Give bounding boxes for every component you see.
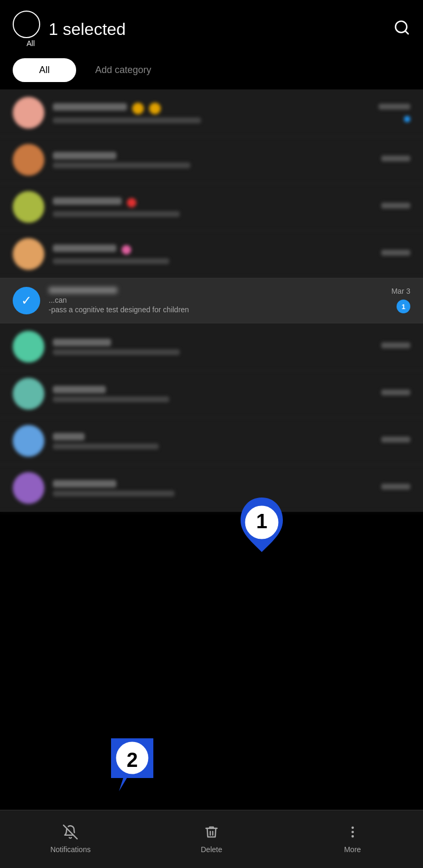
tab-add-category[interactable]: Add category bbox=[87, 59, 160, 81]
unread-indicator bbox=[404, 116, 410, 122]
message-preview bbox=[53, 162, 190, 168]
timestamp bbox=[381, 484, 410, 490]
message-preview bbox=[53, 211, 180, 217]
search-icon[interactable] bbox=[393, 19, 410, 40]
list-item[interactable] bbox=[0, 465, 423, 512]
message-preview-line1: ...can bbox=[49, 296, 391, 304]
contact-name bbox=[53, 152, 116, 159]
emoji-icon bbox=[132, 103, 144, 114]
delete-icon bbox=[204, 825, 219, 843]
selection-checkbox[interactable]: ✓ bbox=[13, 287, 40, 314]
svg-point-6 bbox=[352, 831, 353, 833]
timestamp bbox=[381, 342, 410, 348]
bottom-navigation: Notifications Delete More bbox=[0, 810, 423, 868]
message-preview bbox=[53, 349, 180, 355]
nav-notifications[interactable]: Notifications bbox=[17, 825, 123, 854]
avatar bbox=[13, 378, 44, 410]
timestamp bbox=[379, 104, 410, 110]
more-icon bbox=[345, 825, 360, 843]
more-label: More bbox=[344, 845, 361, 854]
timestamp bbox=[381, 203, 410, 209]
avatar bbox=[13, 191, 44, 223]
tab-all[interactable]: All bbox=[13, 58, 76, 82]
contact-name bbox=[53, 245, 116, 252]
list-item[interactable] bbox=[0, 370, 423, 418]
avatar bbox=[13, 238, 44, 270]
status-dot bbox=[122, 245, 131, 255]
svg-line-1 bbox=[405, 31, 408, 34]
list-item[interactable] bbox=[0, 184, 423, 231]
contact-name bbox=[53, 433, 85, 440]
svg-line-4 bbox=[63, 825, 77, 839]
notifications-off-icon bbox=[63, 825, 78, 843]
contact-name bbox=[53, 197, 122, 205]
notifications-label: Notifications bbox=[50, 845, 90, 854]
contact-name bbox=[53, 480, 116, 487]
timestamp bbox=[381, 437, 410, 442]
annotation-2: 2 bbox=[108, 736, 156, 794]
message-preview bbox=[53, 258, 169, 264]
select-all-button[interactable] bbox=[13, 11, 40, 38]
message-preview bbox=[53, 117, 201, 123]
message-date: Mar 3 bbox=[391, 287, 410, 295]
annotation-number: 2 bbox=[126, 749, 137, 772]
timestamp bbox=[381, 390, 410, 395]
avatar bbox=[13, 472, 44, 504]
status-dot bbox=[127, 198, 136, 207]
avatar bbox=[13, 425, 44, 457]
list-item[interactable] bbox=[0, 418, 423, 465]
avatar bbox=[13, 144, 44, 176]
annotation-number: 1 bbox=[256, 510, 267, 533]
list-item[interactable] bbox=[0, 323, 423, 370]
message-preview bbox=[53, 491, 174, 496]
contact-name bbox=[53, 339, 111, 346]
avatar bbox=[13, 331, 44, 363]
contact-name bbox=[53, 103, 127, 111]
message-preview bbox=[53, 396, 169, 402]
delete-label: Delete bbox=[201, 845, 222, 854]
message-preview-line2: -pass a cognitive test designed for chil… bbox=[49, 305, 391, 314]
selected-conversation-item[interactable]: ✓ ...can -pass a cognitive test designed… bbox=[0, 278, 423, 323]
timestamp bbox=[381, 156, 410, 161]
contact-name-blurred bbox=[49, 287, 391, 294]
list-item[interactable] bbox=[0, 231, 423, 278]
list-item[interactable] bbox=[0, 89, 423, 137]
svg-point-7 bbox=[352, 836, 353, 837]
nav-delete[interactable]: Delete bbox=[159, 825, 264, 854]
nav-more[interactable]: More bbox=[300, 825, 406, 854]
tab-bar: All Add category bbox=[0, 53, 423, 89]
svg-point-5 bbox=[352, 827, 353, 828]
page-title: 1 selected bbox=[49, 20, 393, 39]
emoji-icon bbox=[149, 103, 161, 114]
message-preview bbox=[53, 444, 159, 449]
check-icon: ✓ bbox=[21, 293, 32, 308]
app-header: All 1 selected bbox=[0, 0, 423, 53]
conversation-list: ✓ ...can -pass a cognitive test designed… bbox=[0, 89, 423, 512]
avatar bbox=[13, 97, 44, 129]
list-item[interactable] bbox=[0, 137, 423, 184]
contact-name bbox=[53, 386, 106, 393]
unread-badge: 1 bbox=[397, 300, 410, 313]
timestamp bbox=[381, 250, 410, 256]
all-label: All bbox=[26, 39, 35, 48]
annotation-1: 1 bbox=[238, 495, 286, 553]
